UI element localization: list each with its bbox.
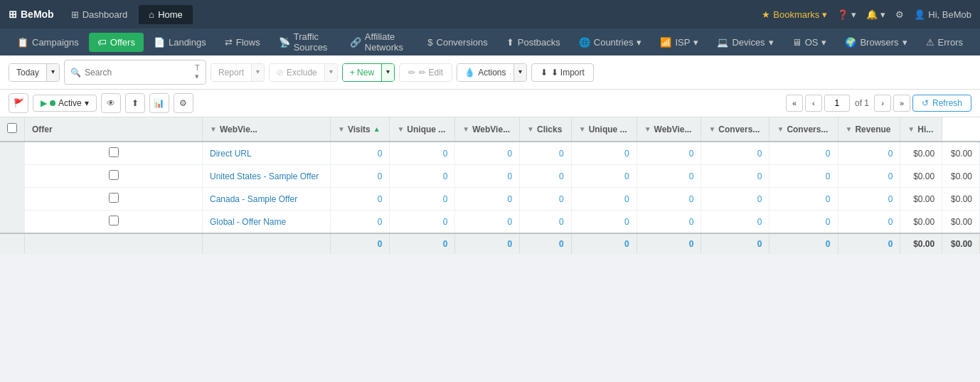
th-conversions2[interactable]: ▼ Convers... — [769, 117, 838, 142]
new-button[interactable]: + New ▾ — [342, 63, 395, 82]
th-clicks[interactable]: ▼ Clicks — [520, 117, 572, 142]
actions-label[interactable]: 💧 Actions — [457, 64, 513, 81]
nav-browsers[interactable]: 🌍 Browsers ▾ — [836, 33, 915, 52]
nav-flows[interactable]: ⇄ Flows — [216, 33, 269, 52]
nav-postbacks[interactable]: ⬆ Postbacks — [498, 33, 569, 52]
chart-button[interactable]: 📊 — [149, 93, 169, 113]
active-filter-button[interactable]: ▶ Active ▾ — [33, 95, 97, 112]
next-page-button[interactable]: › — [874, 95, 891, 112]
isp-icon: 📶 — [660, 37, 671, 48]
hi-1: $0.00 — [942, 142, 980, 165]
nav-isp[interactable]: 📶 ISP ▾ — [651, 33, 707, 52]
offer-name-3[interactable]: Canada - Sample Offer — [203, 188, 331, 211]
today-label[interactable]: Today — [9, 64, 46, 81]
row-select-checkbox[interactable] — [109, 193, 119, 203]
help-button[interactable]: ❓ ▾ — [837, 9, 856, 20]
view-button[interactable]: 👁 — [101, 93, 121, 113]
search-box[interactable]: 🔍 T ▾ — [64, 60, 206, 85]
row-checkbox-1[interactable] — [25, 142, 203, 165]
select-all-header[interactable] — [0, 117, 25, 142]
th-visits[interactable]: ▼ Visits ▲ — [331, 117, 390, 142]
row-checkbox-3[interactable] — [25, 188, 203, 211]
tab-dashboard[interactable]: ⊞ Dashboard — [61, 5, 138, 24]
offers-icon: 🏷 — [97, 37, 107, 48]
postbacks-icon: ⬆ — [506, 37, 514, 48]
bookmarks-button[interactable]: ★ Bookmarks ▾ — [762, 9, 827, 20]
report-label[interactable]: Report — [211, 64, 251, 81]
webviews3-2: 0 — [701, 165, 769, 188]
nav-traffic-sources[interactable]: 📡 Traffic Sources — [270, 27, 340, 57]
th-webviews3[interactable]: ▼ WebVie... — [637, 117, 701, 142]
nav-offers[interactable]: 🏷 Offers — [89, 33, 144, 52]
offer-name-4[interactable]: Global - Offer Name — [203, 211, 331, 234]
exclude-label[interactable]: ⊘ Exclude — [270, 64, 324, 81]
select-all-checkbox[interactable] — [7, 123, 17, 133]
row-select-checkbox[interactable] — [109, 170, 119, 180]
row-select-checkbox[interactable] — [109, 216, 119, 226]
nav-devices[interactable]: 💻 Devices ▾ — [708, 33, 782, 52]
home-icon: ⌂ — [149, 9, 154, 20]
nav-errors[interactable]: ⚠ Errors — [917, 33, 971, 52]
settings-button-sub[interactable]: ⚙ — [174, 93, 193, 113]
settings-button[interactable]: ⚙ — [895, 9, 904, 20]
edit-button[interactable]: ✏ ✏ Edit — [399, 63, 452, 82]
nav-campaigns[interactable]: 📋 Campaigns — [9, 33, 87, 52]
exclude-chevron-icon[interactable]: ▾ — [324, 64, 337, 81]
tab-home[interactable]: ⌂ Home — [139, 5, 193, 24]
filter-icon: ▼ — [579, 125, 586, 133]
row-select-checkbox[interactable] — [109, 147, 119, 157]
offer-name-2[interactable]: United States - Sample Offer — [203, 165, 331, 188]
first-page-button[interactable]: « — [786, 95, 803, 112]
footer-revenue: $0.00 — [900, 233, 942, 254]
search-filter-icon: T ▾ — [195, 63, 200, 81]
filter-icon: ▼ — [527, 125, 534, 133]
nav-affiliate-networks[interactable]: 🔗 Affiliate Networks — [341, 27, 417, 57]
th-webviews[interactable]: ▼ WebVie... — [203, 117, 331, 142]
unique-clicks-1: 0 — [637, 142, 701, 165]
row-checkbox-2[interactable] — [25, 165, 203, 188]
user-icon: 👤 — [914, 9, 925, 20]
notifications-button[interactable]: 🔔 ▾ — [866, 9, 885, 20]
refresh-button[interactable]: ↺ Refresh — [912, 95, 971, 112]
nav-os[interactable]: 🖥 OS ▾ — [784, 33, 836, 52]
th-unique-visits[interactable]: ▼ Unique ... — [390, 117, 455, 142]
today-button[interactable]: Today ▾ — [9, 63, 60, 82]
sort-asc-icon: ▲ — [373, 125, 380, 133]
share-button[interactable]: ⬆ — [125, 93, 145, 113]
visits-2: 0 — [390, 165, 455, 188]
search-input[interactable] — [85, 68, 191, 78]
brand-logo[interactable]: ⊞ BeMob — [9, 9, 54, 20]
prev-page-button[interactable]: ‹ — [805, 95, 822, 112]
footer-hi: $0.00 — [942, 233, 980, 254]
conversions2-1: 0 — [838, 142, 900, 165]
table-footer-row: 0 0 0 0 0 0 0 0 0 $0.00 $0.00 — [0, 233, 980, 254]
nav-countries[interactable]: 🌐 Countries ▾ — [570, 33, 651, 52]
report-button[interactable]: Report ▾ — [211, 63, 265, 82]
actions-chevron-icon[interactable]: ▾ — [513, 64, 526, 81]
nav-landings[interactable]: 📄 Landings — [145, 33, 215, 52]
th-conversions[interactable]: ▼ Convers... — [701, 117, 769, 142]
today-chevron-icon[interactable]: ▾ — [46, 64, 59, 81]
user-menu[interactable]: 👤 Hi, BeMob — [914, 9, 971, 20]
th-unique-clicks[interactable]: ▼ Unique ... — [571, 117, 637, 142]
th-revenue[interactable]: ▼ Revenue — [838, 117, 900, 142]
import-button[interactable]: ⬇ ⬇ Import — [531, 63, 594, 82]
report-chevron-icon[interactable]: ▾ — [251, 64, 264, 81]
new-chevron-icon[interactable]: ▾ — [381, 64, 394, 81]
exclude-button[interactable]: ⊘ Exclude ▾ — [269, 63, 338, 82]
th-webviews2[interactable]: ▼ WebVie... — [455, 117, 520, 142]
actions-button[interactable]: 💧 Actions ▾ — [457, 63, 526, 82]
th-hi[interactable]: ▼ Hi... — [900, 117, 942, 142]
page-input[interactable] — [824, 95, 850, 112]
new-label[interactable]: + New — [343, 64, 381, 81]
offer-name-1[interactable]: Direct URL — [203, 142, 331, 165]
revenue-3: $0.00 — [900, 188, 942, 211]
nav-conversions[interactable]: $ Conversions — [419, 33, 496, 52]
webviews-1: 0 — [331, 142, 390, 165]
flag-button[interactable]: 🚩 — [9, 93, 28, 113]
errors-icon: ⚠ — [926, 37, 934, 48]
visits-1: 0 — [390, 142, 455, 165]
th-offer[interactable]: Offer — [25, 117, 203, 142]
row-checkbox-4[interactable] — [25, 211, 203, 234]
last-page-button[interactable]: » — [893, 95, 910, 112]
